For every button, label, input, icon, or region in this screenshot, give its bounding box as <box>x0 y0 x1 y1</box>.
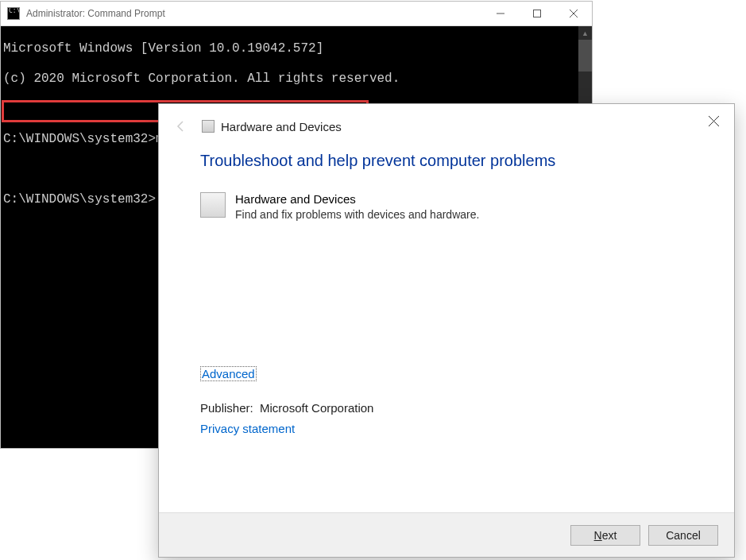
cancel-button[interactable]: Cancel <box>648 525 718 546</box>
cmd-titlebar[interactable]: Administrator: Command Prompt <box>1 2 592 26</box>
cmd-window-controls <box>482 2 592 25</box>
cmd-app-icon <box>7 7 20 20</box>
dialog-header: Hardware and Devices <box>159 104 734 149</box>
next-button[interactable]: Next <box>570 525 640 546</box>
minimize-button[interactable] <box>482 2 519 25</box>
dialog-main-title: Troubleshoot and help prevent computer p… <box>200 152 693 170</box>
hardware-icon <box>200 192 226 218</box>
cmd-title: Administrator: Command Prompt <box>26 8 482 19</box>
item-title: Hardware and Devices <box>235 192 479 206</box>
troubleshooter-item: Hardware and Devices Find and fix proble… <box>200 192 693 221</box>
scroll-thumb[interactable] <box>578 40 592 71</box>
advanced-link[interactable]: Advanced <box>200 366 257 381</box>
close-button[interactable] <box>555 2 592 25</box>
cmd-output-line: (c) 2020 Microsoft Corporation. All righ… <box>3 71 589 87</box>
back-button <box>172 117 191 136</box>
troubleshooter-dialog: Hardware and Devices Troubleshoot and he… <box>158 103 735 558</box>
cmd-output-line: Microsoft Windows [Version 10.0.19042.57… <box>3 41 589 56</box>
dialog-body: Troubleshoot and help prevent computer p… <box>159 149 734 512</box>
dialog-header-title: Hardware and Devices <box>221 120 342 133</box>
troubleshooter-icon <box>202 120 215 133</box>
close-button[interactable] <box>699 109 728 133</box>
dialog-footer: Next Cancel <box>159 512 734 557</box>
privacy-link[interactable]: Privacy statement <box>200 422 295 435</box>
publisher-label: Publisher: Microsoft Corporation <box>200 401 373 415</box>
troubleshooter-item-text: Hardware and Devices Find and fix proble… <box>235 192 479 221</box>
maximize-button[interactable] <box>519 2 555 25</box>
item-description: Find and fix problems with devices and h… <box>235 208 479 221</box>
scroll-up-icon[interactable]: ▲ <box>578 26 592 40</box>
svg-rect-1 <box>534 10 541 17</box>
